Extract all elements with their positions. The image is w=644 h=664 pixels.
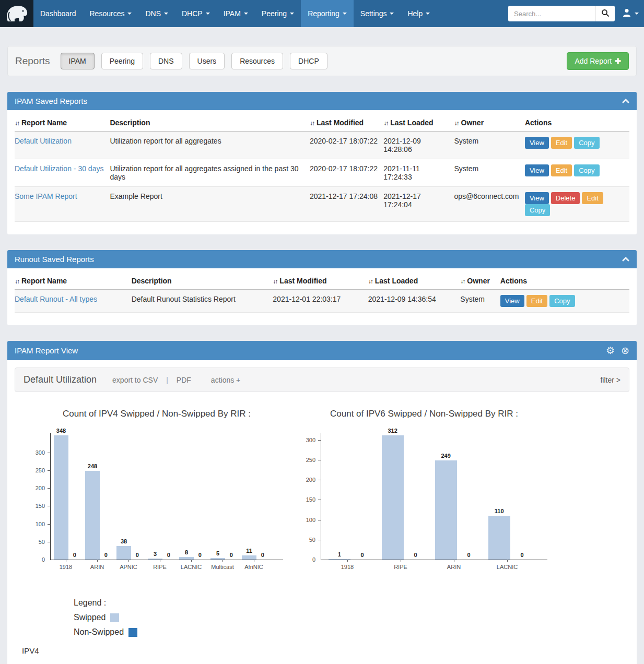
x-tick-label: AfriNIC: [238, 564, 270, 570]
view-button[interactable]: View: [525, 164, 549, 176]
edit-button[interactable]: Edit: [551, 164, 572, 176]
nav-item-reporting[interactable]: Reporting: [301, 0, 354, 27]
nav-item-label: Resources: [90, 9, 125, 18]
search-button[interactable]: [595, 6, 615, 21]
gear-icon[interactable]: ⚙: [606, 346, 615, 355]
table-row: Some IPAM ReportExample Report2021-12-17…: [15, 187, 629, 222]
nav-item-ipam[interactable]: IPAM: [217, 0, 255, 27]
copy-button[interactable]: Copy: [549, 295, 575, 307]
owner-cell: System: [460, 290, 500, 313]
edit-button[interactable]: Edit: [551, 137, 572, 149]
column-header-report-name[interactable]: ↓↑Report Name: [15, 271, 132, 290]
copy-button[interactable]: Copy: [525, 204, 550, 216]
x-tick: [66, 560, 66, 562]
view-button[interactable]: View: [500, 295, 524, 307]
bar-swipped: [435, 460, 457, 560]
description-cell: Example Report: [110, 187, 310, 222]
chevron-down-icon: [390, 13, 394, 15]
nav-item-help[interactable]: Help: [401, 0, 437, 27]
bar-group-ripe: 3120: [374, 433, 427, 560]
owner-cell: System: [454, 132, 525, 159]
panel-header: IPAM Report View ⚙ ⊗: [7, 341, 637, 360]
search-input[interactable]: [508, 6, 595, 21]
tab-dhcp[interactable]: DHCP: [290, 53, 327, 69]
actions-cell: ViewEditCopy: [525, 132, 629, 159]
copy-button[interactable]: Copy: [574, 164, 599, 176]
y-tick-label: 250: [300, 457, 315, 463]
filter-toggle[interactable]: filter >: [600, 376, 620, 384]
view-button[interactable]: View: [525, 192, 549, 204]
x-tick-label: Multicast: [207, 564, 238, 570]
column-header-last-modified[interactable]: ↓↑Last Modified: [273, 271, 368, 290]
copy-button[interactable]: Copy: [574, 137, 599, 149]
nav-item-dns[interactable]: DNS: [138, 0, 175, 27]
chevron-down-icon: [244, 13, 248, 15]
report-subbar: Default Utilization export to CSV | PDF …: [15, 367, 629, 392]
delete-button[interactable]: Delete: [551, 192, 580, 204]
tab-dns[interactable]: DNS: [150, 53, 182, 69]
x-tick: [97, 560, 98, 562]
bar-value-label: 0: [456, 552, 482, 558]
reports-toolbar: Reports IPAMPeeringDNSUsersResourcesDHCP…: [7, 46, 637, 76]
column-label: Last Loaded: [390, 118, 433, 127]
bar-value-label: 0: [250, 552, 276, 558]
column-header-last-modified[interactable]: ↓↑Last Modified: [310, 113, 383, 132]
y-tick-label: 0: [300, 556, 315, 563]
x-tick: [454, 560, 454, 562]
chart-title: Count of IPV6 Swipped / Non-Swipped By R…: [300, 409, 548, 419]
y-tick-label: 300: [29, 449, 45, 456]
column-header-report-name[interactable]: ↓↑Report Name: [15, 113, 110, 132]
sort-icon: ↓↑: [368, 278, 372, 285]
x-tick-label: LACNIC: [481, 564, 534, 570]
export-csv-link[interactable]: export to CSV: [112, 376, 158, 384]
edit-button[interactable]: Edit: [582, 192, 603, 204]
column-header-last-loaded[interactable]: ↓↑Last Loaded: [368, 271, 461, 290]
description-cell: Utilization report for all aggregates: [110, 132, 310, 159]
nav-item-dashboard[interactable]: Dashboard: [33, 0, 83, 27]
last-modified-cell: 2021-12-01 22:03:17: [273, 290, 368, 313]
user-menu[interactable]: [622, 8, 639, 19]
y-tick-label: 200: [29, 485, 45, 491]
view-button[interactable]: View: [525, 137, 549, 149]
column-header-owner[interactable]: ↓↑Owner: [460, 271, 500, 290]
report-link[interactable]: Default Utilization: [15, 137, 72, 145]
actions-menu-link[interactable]: actions +: [211, 376, 240, 384]
last-loaded-cell: 2021-12-09 14:28:06: [383, 132, 454, 159]
report-link[interactable]: Some IPAM Report: [15, 192, 77, 200]
y-tick-label: 100: [300, 517, 315, 523]
collapse-chevron-icon[interactable]: [622, 257, 629, 262]
export-pdf-link[interactable]: PDF: [177, 376, 191, 384]
runout-saved-reports-panel: Runout Saved Reports ↓↑Report NameDescri…: [7, 250, 637, 325]
column-header-owner[interactable]: ↓↑Owner: [454, 113, 525, 132]
nav-item-peering[interactable]: Peering: [255, 0, 301, 27]
close-icon[interactable]: ⊗: [621, 346, 629, 355]
bar-value-label: 312: [380, 428, 406, 434]
page-title: Reports: [15, 55, 50, 67]
nav-item-label: Reporting: [308, 9, 339, 18]
collapse-chevron-icon[interactable]: [622, 99, 629, 103]
nav-item-dhcp[interactable]: DHCP: [175, 0, 217, 27]
nav-item-settings[interactable]: Settings: [354, 0, 401, 27]
x-tick-label: LACNIC: [175, 564, 207, 570]
report-link[interactable]: Default Utilization - 30 days: [15, 164, 103, 173]
report-tabs: IPAMPeeringDNSUsersResourcesDHCP: [61, 53, 334, 69]
nav-item-resources[interactable]: Resources: [83, 0, 139, 27]
ipam-reports-table: ↓↑Report NameDescription↓↑Last Modified↓…: [15, 113, 629, 222]
column-header-actions: Actions: [525, 113, 629, 132]
tab-users[interactable]: Users: [189, 53, 225, 69]
tab-peering[interactable]: Peering: [101, 53, 143, 69]
mammoth-logo-icon[interactable]: [0, 0, 33, 27]
last-loaded-cell: 2021-11-11 17:24:33: [383, 159, 454, 187]
column-label: Last Modified: [317, 118, 364, 127]
edit-button[interactable]: Edit: [526, 295, 547, 307]
add-report-button[interactable]: Add Report✚: [567, 52, 629, 70]
column-header-last-loaded[interactable]: ↓↑Last Loaded: [383, 113, 454, 132]
x-tick-label: APNIC: [113, 564, 144, 570]
table-row: Default UtilizationUtilization report fo…: [15, 132, 629, 159]
bar-value-label: 0: [403, 552, 429, 558]
tab-ipam[interactable]: IPAM: [61, 53, 95, 69]
tab-resources[interactable]: Resources: [231, 53, 283, 69]
x-tick: [347, 560, 348, 562]
report-link[interactable]: Default Runout - All types: [15, 295, 97, 303]
legend-item-non-swipped: Non-Swipped: [74, 627, 629, 637]
